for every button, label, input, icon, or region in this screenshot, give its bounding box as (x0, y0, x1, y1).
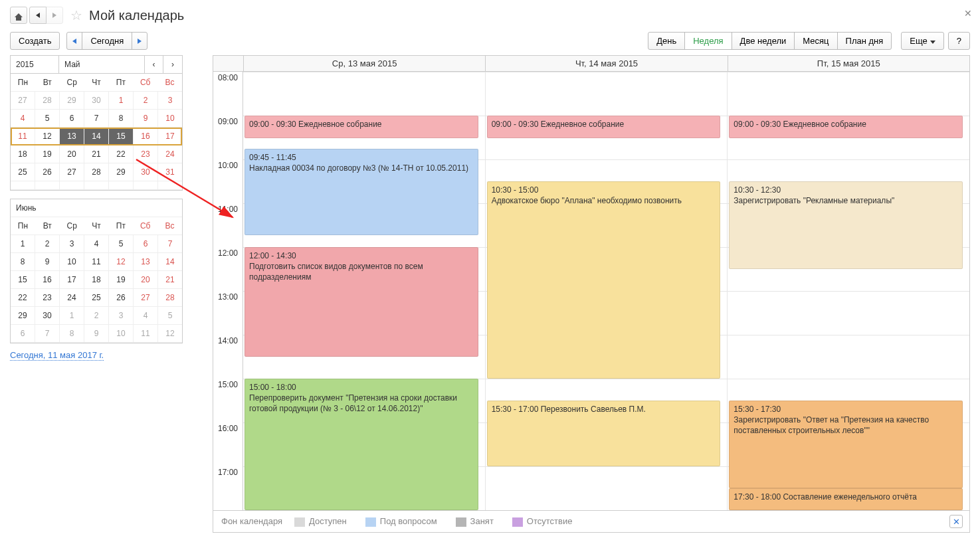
mini-cal-day[interactable]: 29 (109, 163, 134, 181)
mini-cal-day[interactable]: 23 (134, 145, 158, 163)
mini-cal-day[interactable]: 9 (35, 253, 60, 270)
mini-cal-day[interactable]: 14 (158, 253, 182, 270)
mini-cal-day[interactable]: 27 (11, 92, 35, 109)
mini-cal-day[interactable]: 2 (134, 92, 158, 109)
mini-cal-day[interactable]: 2 (84, 307, 109, 324)
view-day-button[interactable]: День (648, 32, 685, 50)
mini-cal-day[interactable]: 5 (109, 235, 134, 252)
legend-close-button[interactable]: ✕ (949, 515, 963, 528)
mini-cal-day[interactable] (11, 181, 35, 189)
mini-cal-day[interactable] (60, 181, 84, 189)
more-button[interactable]: Еще (901, 32, 943, 50)
mini-cal-day[interactable]: 7 (35, 325, 60, 342)
mini-cal-day[interactable]: 28 (158, 289, 182, 306)
day-column[interactable]: 09:00 - 09:30 Ежедневное собрание09:45 -… (243, 72, 485, 510)
nav-forward-button[interactable] (46, 7, 63, 24)
calendar-event[interactable]: 09:00 - 09:30 Ежедневное собрание (729, 116, 963, 138)
mini-cal-day[interactable]: 28 (35, 92, 60, 109)
mini-cal-day[interactable]: 20 (134, 271, 158, 288)
mini-cal-day[interactable]: 26 (109, 289, 134, 306)
mini-cal-next[interactable]: › (163, 56, 182, 73)
today-button[interactable]: Сегодня (82, 32, 132, 50)
mini-cal-day[interactable]: 6 (11, 325, 35, 342)
mini-cal-day[interactable]: 11 (84, 253, 109, 270)
mini-cal-day[interactable]: 11 (11, 128, 35, 145)
mini-cal-day[interactable]: 25 (11, 163, 35, 181)
view-dayplan-button[interactable]: План дня (837, 32, 892, 50)
calendar-event[interactable]: 10:30 - 15:00Адвокатское бюро "Аплана" н… (487, 181, 721, 379)
mini-cal-day[interactable]: 29 (11, 307, 35, 324)
mini-cal-day[interactable]: 1 (109, 92, 134, 109)
favorite-star-icon[interactable]: ☆ (70, 7, 82, 23)
mini-cal-day[interactable]: 15 (11, 271, 35, 288)
mini-cal-day[interactable]: 16 (35, 271, 60, 288)
mini-cal-day[interactable]: 17 (158, 128, 182, 145)
day-column[interactable]: 09:00 - 09:30 Ежедневное собрание10:30 -… (727, 72, 969, 510)
next-period-button[interactable] (132, 32, 147, 50)
mini-cal-day[interactable]: 3 (158, 92, 182, 109)
mini-cal-day[interactable]: 21 (84, 145, 109, 163)
calendar-event[interactable]: 15:30 - 17:00 Перезвонить Савельев П.М. (487, 401, 721, 466)
mini-cal-day[interactable]: 11 (134, 325, 158, 342)
calendar-event[interactable]: 15:00 - 18:00Перепроверить документ "Пре… (245, 379, 478, 510)
view-week-button[interactable]: Неделя (684, 32, 732, 50)
mini-cal-day[interactable]: 8 (60, 325, 84, 342)
mini-cal-day[interactable]: 30 (35, 307, 60, 324)
mini-cal-day[interactable]: 15 (109, 128, 134, 145)
mini-cal-day[interactable]: 12 (109, 253, 134, 270)
mini-cal-day[interactable]: 2 (35, 235, 60, 252)
mini-cal-day[interactable]: 4 (11, 110, 35, 127)
prev-period-button[interactable] (66, 32, 82, 50)
mini-cal-day[interactable]: 22 (11, 289, 35, 306)
calendar-event[interactable]: 12:00 - 14:30Подготовить список видов до… (245, 247, 478, 357)
mini-cal-day[interactable]: 16 (134, 128, 158, 145)
calendar-event[interactable]: 09:00 - 09:30 Ежедневное собрание (487, 116, 721, 138)
mini-cal-day[interactable]: 7 (158, 235, 182, 252)
mini-cal-day[interactable] (84, 181, 109, 189)
mini-cal-day[interactable]: 1 (11, 235, 35, 252)
mini-cal-day[interactable]: 17 (60, 271, 84, 288)
mini-cal-day[interactable]: 14 (84, 128, 109, 145)
mini-cal-prev[interactable]: ‹ (145, 56, 163, 73)
mini-cal-day[interactable]: 31 (158, 163, 182, 181)
mini-cal-day[interactable]: 10 (109, 325, 134, 342)
mini-cal-day[interactable] (158, 181, 182, 189)
view-month-button[interactable]: Месяц (794, 32, 837, 50)
mini-cal-day[interactable]: 27 (134, 289, 158, 306)
mini-cal-day[interactable]: 24 (60, 289, 84, 306)
mini-cal-day[interactable]: 13 (60, 128, 84, 145)
mini-cal-day[interactable]: 19 (35, 145, 60, 163)
mini-cal-day[interactable]: 12 (35, 128, 60, 145)
mini-cal-day[interactable]: 6 (60, 110, 84, 127)
mini-cal-day[interactable]: 28 (84, 163, 109, 181)
mini-cal-day[interactable]: 5 (35, 110, 60, 127)
year-select[interactable]: 2015 (11, 56, 59, 73)
today-link[interactable]: Сегодня, 11 мая 2017 г. (10, 350, 104, 361)
mini-cal-day[interactable]: 12 (158, 325, 182, 342)
mini-cal-day[interactable]: 27 (60, 163, 84, 181)
mini-cal-day[interactable]: 4 (134, 307, 158, 324)
nav-back-button[interactable] (29, 7, 47, 24)
calendar-event[interactable]: 09:45 - 11:45Накладная 00034 по договору… (245, 149, 478, 235)
mini-cal-day[interactable]: 9 (84, 325, 109, 342)
help-button[interactable]: ? (948, 32, 970, 50)
mini-cal-day[interactable]: 5 (158, 307, 182, 324)
mini-cal-day[interactable]: 29 (60, 92, 84, 109)
mini-cal-day[interactable] (109, 181, 134, 189)
mini-cal-day[interactable]: 20 (60, 145, 84, 163)
mini-cal-day[interactable]: 3 (60, 235, 84, 252)
calendar-event[interactable]: 09:00 - 09:30 Ежедневное собрание (245, 116, 478, 138)
mini-cal-day[interactable]: 10 (60, 253, 84, 270)
mini-cal-day[interactable]: 24 (158, 145, 182, 163)
mini-cal-day[interactable]: 3 (109, 307, 134, 324)
mini-cal-day[interactable] (134, 181, 158, 189)
mini-cal-day[interactable]: 6 (134, 235, 158, 252)
calendar-event[interactable]: 15:30 - 17:30Зарегистрировать "Ответ на … (729, 401, 963, 488)
mini-cal-day[interactable]: 18 (84, 271, 109, 288)
mini-cal-day[interactable]: 8 (11, 253, 35, 270)
mini-cal-day[interactable]: 30 (84, 92, 109, 109)
calendar-event[interactable]: 10:30 - 12:30Зарегистрировать "Рекламные… (729, 181, 963, 269)
mini-cal-day[interactable]: 23 (35, 289, 60, 306)
create-button[interactable]: Создать (10, 32, 60, 50)
mini-cal-day[interactable]: 1 (60, 307, 84, 324)
